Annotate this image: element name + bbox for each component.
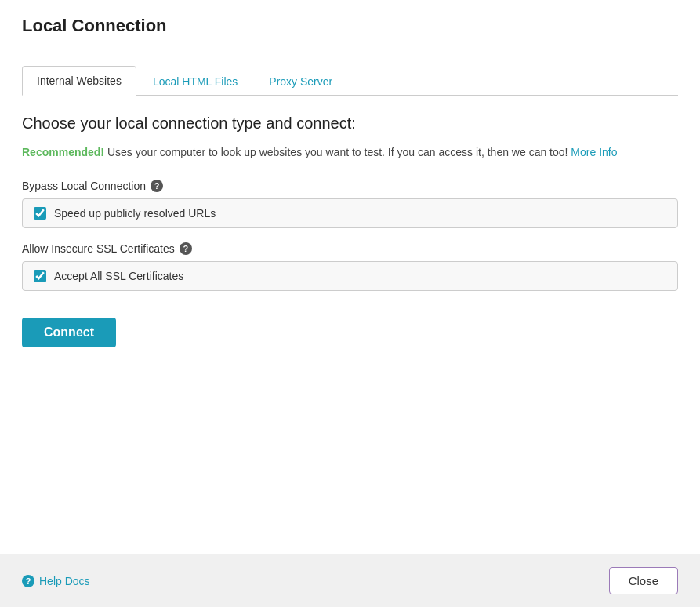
description-text: Recommended! Uses your computer to look … xyxy=(22,144,678,161)
local-connection-dialog: Local Connection Internal Websites Local… xyxy=(0,0,700,607)
ssl-certificates-group: Allow Insecure SSL Certificates ? Accept… xyxy=(22,242,678,291)
help-docs-link[interactable]: ? Help Docs xyxy=(22,575,90,587)
tab-bar: Internal Websites Local HTML Files Proxy… xyxy=(22,49,678,96)
tab-proxy-server[interactable]: Proxy Server xyxy=(254,67,347,96)
more-info-link[interactable]: More Info xyxy=(571,146,617,158)
tab-local-html-files[interactable]: Local HTML Files xyxy=(138,67,252,96)
dialog-title: Local Connection xyxy=(22,16,678,36)
ssl-label: Allow Insecure SSL Certificates ? xyxy=(22,242,678,255)
bypass-checkbox-label: Speed up publicly resolved URLs xyxy=(54,207,216,220)
ssl-checkbox[interactable] xyxy=(34,270,46,282)
help-docs-icon: ? xyxy=(22,575,34,587)
bypass-checkbox-container[interactable]: Speed up publicly resolved URLs xyxy=(22,198,678,228)
ssl-help-icon[interactable]: ? xyxy=(180,242,192,255)
bypass-help-icon[interactable]: ? xyxy=(151,180,163,192)
dialog-body: Internal Websites Local HTML Files Proxy… xyxy=(0,49,700,554)
bypass-local-connection-group: Bypass Local Connection ? Speed up publi… xyxy=(22,180,678,228)
dialog-header: Local Connection xyxy=(0,0,700,49)
bypass-checkbox[interactable] xyxy=(34,207,46,220)
ssl-label-text: Allow Insecure SSL Certificates xyxy=(22,242,175,255)
section-title: Choose your local connection type and co… xyxy=(22,114,678,133)
recommended-label: Recommended! xyxy=(22,146,104,158)
bypass-label-text: Bypass Local Connection xyxy=(22,180,146,192)
help-docs-label: Help Docs xyxy=(39,575,90,587)
description-body: Uses your computer to look up websites y… xyxy=(104,146,568,158)
connect-button[interactable]: Connect xyxy=(22,318,116,347)
ssl-checkbox-container[interactable]: Accept All SSL Certificates xyxy=(22,261,678,291)
dialog-footer: ? Help Docs Close xyxy=(0,554,700,607)
tab-internal-websites[interactable]: Internal Websites xyxy=(22,66,136,96)
bypass-label: Bypass Local Connection ? xyxy=(22,180,678,192)
close-button[interactable]: Close xyxy=(609,567,678,594)
ssl-checkbox-label: Accept All SSL Certificates xyxy=(54,270,183,282)
